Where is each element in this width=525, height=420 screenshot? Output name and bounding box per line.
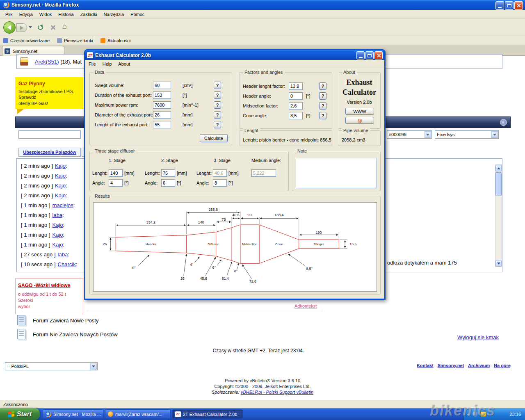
close-button[interactable]	[374, 51, 383, 59]
language-select[interactable]: -- PolskiPL	[5, 362, 98, 370]
font-select[interactable]: Fixedsys	[435, 130, 499, 139]
extension-lines	[109, 212, 347, 251]
tray-icon[interactable]	[472, 411, 478, 417]
taskbar-item-firefox[interactable]: Simsony.net - Mozilla ...	[43, 409, 103, 419]
menu-edycja[interactable]: Edycja	[16, 11, 36, 18]
refresh-button[interactable]	[38, 25, 43, 30]
collapse-icon[interactable]: «	[500, 119, 507, 126]
stop-button[interactable]	[50, 25, 56, 30]
diameter-3: 61,4	[222, 276, 229, 281]
back-history-dropdown[interactable]	[29, 26, 32, 28]
calculator-titlebar[interactable]: 2T Exhaust Calculator 2.0b	[85, 50, 384, 60]
menu-about[interactable]: About	[115, 61, 133, 67]
exhaust-duration-input[interactable]	[153, 91, 171, 99]
menu-zakladki[interactable]: Zakładki	[78, 11, 100, 18]
menu-help[interactable]: Help	[99, 61, 115, 67]
stage3-angle-input[interactable]	[213, 179, 227, 187]
stage2-length-input[interactable]	[161, 169, 175, 177]
scrollbar[interactable]	[495, 164, 502, 267]
ad-red[interactable]: SAGO -Wózki widłowe o udźwigu od 1 t do …	[15, 278, 83, 314]
midsection-factor-input[interactable]	[289, 102, 303, 110]
help-button[interactable]: ?	[214, 91, 221, 99]
exhaust-diameter-input[interactable]	[153, 111, 171, 119]
tab-insurance[interactable]: Ubezpieczenia Pojazdów	[18, 148, 81, 157]
stage1-length-input[interactable]	[109, 169, 123, 177]
user-link[interactable]: Kajo	[55, 173, 66, 179]
taskbar-item-calculator[interactable]: 2T 2T Exhaust Calculator 2.0b	[172, 409, 243, 419]
stage2-angle-input[interactable]	[161, 179, 175, 187]
header-factor-input[interactable]	[289, 82, 303, 90]
bookmarks-bar: Często odwiedzane Pierwsze kroki Aktualn…	[0, 36, 525, 45]
ad-red-title[interactable]: SAGO -Wózki widłowe	[18, 283, 70, 288]
user-link[interactable]: Kajo	[55, 183, 66, 189]
browser-menubar: Plik Edycja Widok Historia Zakładki Narz…	[0, 10, 525, 19]
minimize-button[interactable]	[495, 1, 504, 10]
exhaust-port-length-input[interactable]	[153, 121, 171, 128]
bookmark-news[interactable]: Aktualności	[100, 38, 130, 43]
footer-link-simsony[interactable]: Simsony.net	[438, 363, 464, 368]
user-link[interactable]: Kajo	[52, 222, 63, 228]
maximize-button[interactable]	[505, 1, 514, 10]
help-button[interactable]: ?	[214, 101, 221, 109]
help-button[interactable]: ?	[214, 121, 221, 128]
menu-plik[interactable]: Plik	[2, 11, 16, 18]
www-button[interactable]: WWW	[345, 108, 374, 115]
style-select[interactable]: #000099	[387, 130, 432, 139]
footer-link-kontakt[interactable]: Kontakt	[417, 363, 434, 368]
user-link[interactable]: maciejos	[52, 202, 73, 208]
help-button[interactable]: ?	[319, 82, 326, 90]
user-link[interactable]: Kajo	[52, 242, 63, 248]
help-button[interactable]: ?	[214, 111, 221, 119]
forum-search-input[interactable]	[18, 130, 81, 139]
help-button[interactable]: ?	[319, 92, 326, 100]
ad-yellow-title[interactable]: Gaz Płynny	[18, 81, 45, 87]
taskbar-item-messenger[interactable]: marvil(Zaraz wracam/...	[105, 409, 171, 419]
cone-angle-input[interactable]	[289, 112, 303, 119]
footer-link-nagore[interactable]: Na górę	[494, 363, 511, 368]
user-link[interactable]: Kajo	[55, 163, 66, 169]
bookmark-often-visited[interactable]: Często odwiedzane	[3, 38, 50, 43]
chevron-down-icon[interactable]	[491, 131, 498, 138]
menu-file[interactable]: File	[85, 61, 99, 67]
minimize-button[interactable]	[356, 51, 365, 59]
help-button[interactable]: ?	[319, 102, 326, 110]
maximize-button[interactable]	[365, 51, 374, 59]
scroll-up-button[interactable]	[495, 165, 502, 171]
header-angle-input[interactable]	[289, 92, 303, 100]
menu-widok[interactable]: Widok	[37, 11, 55, 18]
help-button[interactable]: ?	[319, 112, 326, 119]
birthday-user-link[interactable]: Arek(S51)	[35, 59, 59, 65]
footer-link-archiwum[interactable]: Archiwum	[468, 363, 490, 368]
scrollbar-thumb[interactable]	[495, 172, 502, 196]
adkontekst-link[interactable]: Adkontekst	[294, 304, 317, 308]
back-button[interactable]	[3, 21, 16, 34]
user-link[interactable]: laba	[58, 251, 68, 258]
chevron-down-icon[interactable]	[90, 363, 97, 370]
calculate-button[interactable]: Calculate	[200, 134, 228, 142]
bookmark-first-steps[interactable]: Pierwsze kroki	[57, 38, 93, 43]
tray-chevron-icon[interactable]: «	[467, 412, 470, 417]
user-link[interactable]: laba	[52, 212, 63, 218]
menu-historia[interactable]: Historia	[55, 11, 76, 18]
vbhelp-link[interactable]: vBHELP.pl - Polski Support vBulletin	[241, 390, 313, 395]
chevron-down-icon[interactable]	[425, 131, 431, 138]
help-button[interactable]: ?	[214, 82, 221, 89]
start-button[interactable]: Start	[0, 408, 40, 420]
norton-icon[interactable]	[481, 411, 486, 417]
email-button[interactable]: @	[345, 117, 374, 124]
stage1-angle-input[interactable]	[109, 179, 123, 187]
logout-link[interactable]: Wyloguj się kmak	[457, 334, 499, 340]
menu-narzedzia[interactable]: Narzędzia	[101, 11, 127, 18]
user-link[interactable]: Charcik	[58, 261, 76, 267]
user-link[interactable]: Kajo	[55, 192, 66, 199]
forward-button[interactable]	[16, 23, 27, 32]
home-button[interactable]: ⌂	[62, 23, 67, 29]
menu-pomoc[interactable]: Pomoc	[128, 11, 147, 18]
ad-yellow[interactable]: Gaz Płynny Instalacje zbiornikowe LPG. S…	[15, 77, 83, 109]
note-textarea[interactable]	[296, 158, 377, 188]
user-link[interactable]: Kajo	[52, 232, 63, 238]
swept-volume-input[interactable]	[153, 82, 171, 89]
close-button[interactable]	[514, 1, 523, 10]
max-rpm-input[interactable]	[153, 101, 171, 109]
scroll-down-button[interactable]	[495, 260, 502, 267]
